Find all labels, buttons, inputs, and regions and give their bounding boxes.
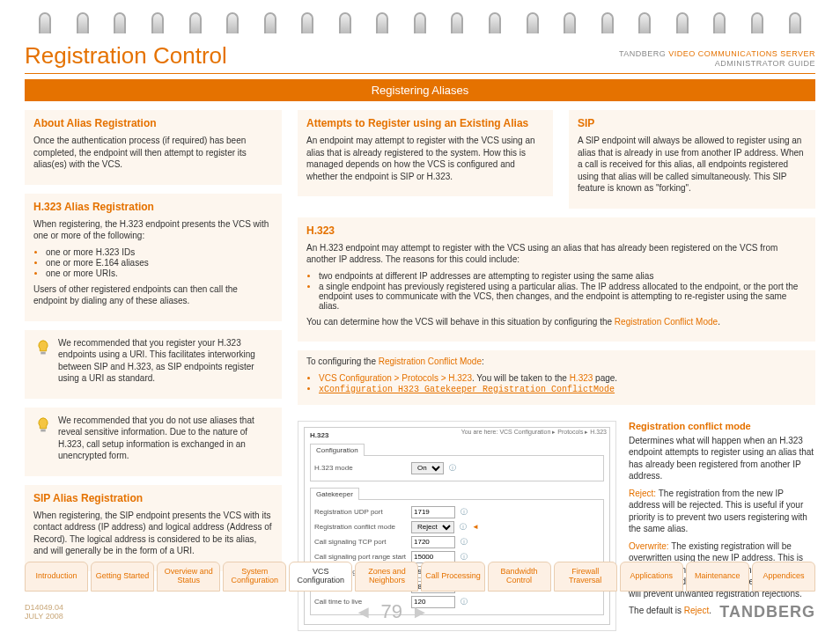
breadcrumb: You are here: VCS Configuration ▸ Protoc… [461,429,607,436]
tab-getting-started[interactable]: Getting Started [91,562,154,592]
next-page-arrow-icon[interactable]: ► [411,602,429,622]
tab-zones-neighbors[interactable]: Zones and Neighbors [355,562,418,592]
tip-uri: We recommended that you register your H.… [25,330,282,399]
cfg-tab-gatekeeper[interactable]: Gatekeeper [310,488,359,500]
config-intro: To configuring the Registration Conflict… [306,356,807,368]
pager: ◄ 79 ► [63,600,719,623]
cfg-tab-configuration[interactable]: Configuration [310,444,365,456]
about-alias-registration: About Alias Registration Once the authen… [25,110,282,185]
conflict-mode-label: Registration conflict mode [314,523,411,531]
bottom-tabs: Introduction Getting Started Overview an… [25,562,815,592]
tip-security-text: We recommended that you do not use alias… [58,415,273,462]
xconfig-link[interactable]: xConfiguration H323 Gatekeeper Registrat… [319,385,615,394]
sip-text: When registering, the SIP endpoint prese… [33,510,273,557]
info-icon[interactable]: ⓘ [461,537,468,547]
h323-after: Users of other registered endpoints can … [33,283,273,307]
h323-wide-bullets: two endpoints at different IP addresses … [319,271,807,311]
range-start-label: Call signaling port range start [314,553,411,561]
h323-wide: H.323 An H.323 endpoint may attempt to r… [298,217,815,342]
info-icon[interactable]: ⓘ [461,552,468,562]
attempts-text: An endpoint may attempt to register with… [306,135,544,182]
info-icon[interactable]: ⓘ [461,507,468,517]
tab-maintenance[interactable]: Maintenance [686,562,749,592]
section-banner: Registering Aliases [25,79,815,101]
sip-forking: SIP A SIP endpoint will always be allowe… [569,110,815,209]
prev-page-arrow-icon[interactable]: ◄ [355,602,372,622]
page-title: Registration Control [25,42,227,70]
rcm-heading: Registration conflict mode [629,421,815,431]
lightbulb-icon [33,416,53,436]
reg-conflict-mode-link-2[interactable]: Registration Conflict Mode [379,356,482,366]
h323-bullets: one or more H.323 IDs one or more E.164 … [46,247,273,278]
config-instructions: To configuring the Registration Conflict… [298,350,815,405]
tab-introduction[interactable]: Introduction [25,562,88,592]
sip-alias-registration: SIP Alias Registration When registering,… [25,485,282,571]
tab-overview-status[interactable]: Overview and Status [157,562,220,592]
sip-fork-text: A SIP endpoint will always be allowed to… [578,135,807,195]
rcm-p1: Determines what will happen when an H.32… [629,435,815,482]
h323-wide-p1: An H.323 endpoint may attempt to registe… [306,242,807,266]
sip-fork-heading: SIP [578,117,807,129]
h323-wide-p2: You can determine how the VCS will behav… [306,316,807,328]
tab-appendices[interactable]: Appendices [752,562,815,592]
tab-system-configuration[interactable]: System Configuration [223,562,286,592]
attempts-heading: Attempts to Register using an Existing A… [306,117,544,129]
tab-bandwidth-control[interactable]: Bandwidth Control [488,562,551,592]
info-icon[interactable]: ⓘ [460,522,467,532]
h323-page-link[interactable]: H.323 [570,373,593,383]
brand-logo: TANDBERG [719,603,815,621]
sip-heading: SIP Alias Registration [33,492,273,504]
tcp-port-input[interactable] [411,536,455,548]
tab-applications[interactable]: Applications [620,562,683,592]
tcp-port-label: Call signaling TCP port [314,538,411,546]
guide-label: TANDBERG VIDEO COMMUNICATIONS SERVER ADM… [619,49,815,70]
reg-conflict-mode-link[interactable]: Registration Conflict Mode [615,317,718,327]
udp-port-label: Registration UDP port [314,508,411,516]
tab-vcs-configuration[interactable]: VCS Configuration [289,562,352,592]
lightbulb-icon [33,339,53,358]
arrow-left-icon: ◄ [472,523,479,531]
conflict-mode-select[interactable]: Reject [411,521,454,533]
spiral-rings [0,0,840,33]
tab-call-processing[interactable]: Call Processing [421,562,484,592]
h323-wide-heading: H.323 [306,224,807,237]
nav-path-link[interactable]: VCS Configuration > Protocols > H.323 [319,373,472,383]
h323-mode-label: H.323 mode [314,464,411,472]
attempts-existing-alias: Attempts to Register using an Existing A… [298,110,553,196]
udp-port-input[interactable] [411,506,455,518]
page-number: 79 [380,600,402,623]
h323-heading: H.323 Alias Registration [33,201,273,213]
doc-info: D14049.04 JULY 2008 [25,603,63,621]
config-bullets: VCS Configuration > Protocols > H.323. Y… [319,373,807,394]
h323-alias-registration: H.323 Alias Registration When registerin… [25,194,282,321]
tip-uri-text: We recommended that you register your H.… [58,337,273,385]
about-text: Once the authentication process (if requ… [33,135,273,171]
registration-conflict-mode-desc: Registration conflict mode Determines wh… [629,421,815,631]
rcm-reject: Reject: The registration from the new IP… [629,488,815,535]
h323-mode-select[interactable]: On [411,462,444,474]
config-screenshot: You are here: VCS Configuration ▸ Protoc… [298,421,616,631]
about-heading: About Alias Registration [33,117,273,129]
tab-firewall-traversal[interactable]: Firewall Traversal [554,562,617,592]
tip-security: We recommended that you do not use alias… [25,408,282,476]
svg-rect-0 [41,351,46,354]
info-icon[interactable]: ⓘ [449,463,456,473]
svg-rect-1 [41,429,46,431]
h323-intro: When registering, the H.323 endpoint pre… [33,218,273,242]
